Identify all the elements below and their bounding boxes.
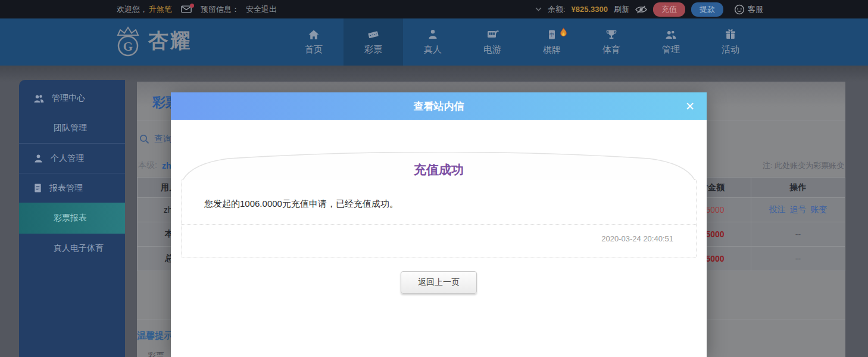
- username[interactable]: 升煞笔: [149, 4, 172, 15]
- crown-logo-icon: G: [113, 25, 143, 57]
- chevron-down-icon[interactable]: [535, 7, 542, 11]
- nav-item-label: 体育: [602, 44, 620, 55]
- nav-item-live[interactable]: 真人: [403, 18, 463, 66]
- balance-label: 余额:: [548, 4, 566, 15]
- top-bar-right: 余额: ¥825.3300 刷新 充值 提款 客服: [535, 2, 763, 17]
- mail-icon[interactable]: [181, 5, 192, 13]
- sidebar-item-label: 真人电子体育: [54, 243, 104, 254]
- hot-flame-icon: [559, 27, 568, 38]
- sidebar-item-label: 个人管理: [51, 153, 84, 164]
- nav-items: 首页 彩票 真人 电游 中 棋牌 体育 管理 活动: [284, 18, 760, 66]
- nav-item-activity[interactable]: 活动: [701, 18, 760, 66]
- message-body: 您发起的1006.0000元充值申请，已经充值成功。: [182, 179, 696, 210]
- level-label: 本级:: [138, 160, 157, 171]
- team-users-icon: [33, 94, 45, 104]
- nav-item-label: 活动: [722, 44, 739, 55]
- withdraw-button[interactable]: 提款: [691, 2, 723, 17]
- sidebar-item-label: 报表管理: [49, 183, 83, 194]
- cell-actions: 投注 追号 账变: [751, 198, 845, 222]
- trophy-icon: [605, 29, 617, 40]
- cell-actions: --: [751, 222, 845, 246]
- top-bar: 欢迎您， 升煞笔 预留信息： 安全退出 余额: ¥825.3300 刷新 充值 …: [0, 0, 868, 18]
- eye-off-icon[interactable]: [635, 5, 647, 14]
- nav-item-manage[interactable]: 管理: [641, 18, 701, 66]
- message-letter: 您发起的1006.0000元充值申请，已经充值成功。 2020-03-24 20…: [181, 179, 697, 258]
- nav-item-egame[interactable]: 电游: [463, 18, 522, 66]
- nav-item-label: 彩票: [364, 44, 382, 55]
- sidebar-item-team-management[interactable]: 团队管理: [19, 113, 125, 143]
- cell-actions: --: [751, 247, 845, 271]
- welcome-label: 欢迎您，: [117, 4, 148, 15]
- message-modal: 查看站内信 ✕ 充值成功 您发起的1006.0000元充值申请，已经充值成功。 …: [171, 92, 707, 357]
- nav-item-label: 管理: [662, 44, 680, 55]
- sidebar-item-lottery-report[interactable]: 彩票报表: [19, 203, 125, 234]
- live-person-icon: [427, 29, 439, 40]
- sidebar: 管理中心 团队管理 个人管理 报表管理 彩票报表 真人电子体育: [19, 80, 125, 357]
- nav-item-sports[interactable]: 体育: [582, 18, 641, 66]
- safe-logout-link[interactable]: 安全退出: [246, 4, 277, 15]
- brand-name: 杏耀: [148, 27, 192, 55]
- nav-item-label: 棋牌: [543, 45, 561, 56]
- account-change-note: 注: 此处账变为彩票账变: [763, 160, 844, 171]
- nav-item-home[interactable]: 首页: [284, 18, 344, 66]
- customer-service-button[interactable]: 客服: [734, 4, 763, 15]
- bet-link[interactable]: 投注: [769, 204, 786, 215]
- sidebar-item-management-center[interactable]: 管理中心: [19, 83, 125, 113]
- modal-header: 查看站内信 ✕: [171, 92, 707, 120]
- balance-value: ¥825.3300: [572, 5, 608, 14]
- top-bar-left: 欢迎您， 升煞笔 预留信息： 安全退出: [117, 4, 277, 15]
- close-icon[interactable]: ✕: [685, 101, 695, 112]
- refresh-link[interactable]: 刷新: [614, 4, 629, 15]
- reserved-info-label: 预留信息：: [201, 4, 239, 15]
- home-icon: [308, 29, 320, 40]
- svg-text:G: G: [123, 39, 133, 54]
- svg-text:中: 中: [549, 32, 554, 38]
- sidebar-item-label: 彩票报表: [54, 213, 87, 223]
- person-icon: [33, 153, 43, 163]
- customer-service-label: 客服: [748, 4, 763, 15]
- sidebar-item-personal-management[interactable]: 个人管理: [19, 143, 125, 173]
- recharge-button[interactable]: 充值: [653, 2, 685, 17]
- report-document-icon: [33, 183, 42, 193]
- envelope-flap: 充值成功: [181, 152, 697, 180]
- slot-machine-icon: [486, 29, 499, 40]
- gift-icon: [725, 29, 736, 40]
- level-value[interactable]: zh: [162, 161, 171, 170]
- modal-title: 查看站内信: [414, 100, 464, 113]
- brand-logo[interactable]: G 杏耀: [113, 25, 192, 57]
- lottery-ticket-icon: [367, 29, 379, 40]
- recharge-success-title: 充值成功: [181, 162, 697, 178]
- mahjong-tile-icon: 中: [546, 29, 558, 41]
- sidebar-item-label: 管理中心: [52, 93, 85, 104]
- account-change-link[interactable]: 账变: [811, 204, 828, 215]
- sidebar-item-label: 团队管理: [54, 123, 87, 134]
- nav-item-lottery[interactable]: 彩票: [344, 18, 403, 66]
- nav-item-label: 真人: [424, 44, 442, 55]
- sidebar-item-live-esports[interactable]: 真人电子体育: [19, 234, 125, 263]
- nav-item-label: 首页: [305, 44, 323, 55]
- sidebar-item-report-management[interactable]: 报表管理: [19, 173, 125, 203]
- message-timestamp: 2020-03-24 20:40:51: [182, 225, 696, 257]
- customer-service-icon: [734, 4, 745, 15]
- nav-item-label: 电游: [483, 44, 501, 55]
- back-button[interactable]: 返回上一页: [401, 271, 477, 294]
- users-icon: [665, 29, 677, 40]
- search-icon: [139, 134, 149, 144]
- chase-link[interactable]: 追号: [790, 204, 807, 215]
- header-action: 操作: [751, 178, 845, 197]
- nav-item-board-games[interactable]: 中 棋牌: [522, 18, 582, 66]
- unread-badge: [190, 4, 194, 8]
- main-nav: G 杏耀 首页 彩票 真人 电游 中 棋牌 体育: [0, 18, 868, 66]
